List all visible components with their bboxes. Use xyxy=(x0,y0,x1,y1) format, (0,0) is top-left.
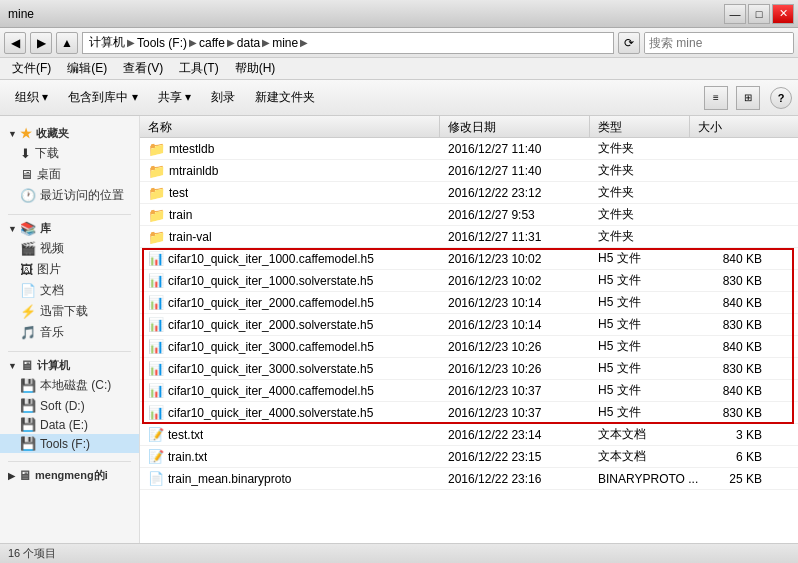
h5-file-icon: 📊 xyxy=(148,361,164,376)
file-size-cell xyxy=(690,191,770,195)
details-view-button[interactable]: ⊞ xyxy=(736,86,760,110)
table-row[interactable]: 📄 train_mean.binaryproto 2016/12/22 23:1… xyxy=(140,468,798,490)
maximize-button[interactable]: □ xyxy=(748,4,770,24)
file-name-cell: 📊 cifar10_quick_iter_3000.solverstate.h5 xyxy=(140,359,440,378)
file-size-cell: 830 KB xyxy=(690,360,770,378)
file-name-label: train.txt xyxy=(168,450,207,464)
address-path[interactable]: 计算机 ▶ Tools (F:) ▶ caffe ▶ data ▶ mine ▶ xyxy=(82,32,614,54)
sidebar-item-drive-d[interactable]: 💾 Soft (D:) xyxy=(0,396,139,415)
path-tools: Tools (F:) xyxy=(137,36,187,50)
sidebar-header-computer[interactable]: ▼ 🖥 计算机 xyxy=(0,356,139,375)
h5-file-icon: 📊 xyxy=(148,295,164,310)
sidebar-item-download[interactable]: ⬇ 下载 xyxy=(0,143,139,164)
table-row[interactable]: 📊 cifar10_quick_iter_4000.solverstate.h5… xyxy=(140,402,798,424)
file-type-cell: 文本文档 xyxy=(590,424,690,445)
back-button[interactable]: ◀ xyxy=(4,32,26,54)
column-type[interactable]: 类型 xyxy=(590,116,690,137)
sidebar-item-documents[interactable]: 📄 文档 xyxy=(0,280,139,301)
table-row[interactable]: 📁 mtrainldb 2016/12/27 11:40 文件夹 xyxy=(140,160,798,182)
table-row[interactable]: 📝 train.txt 2016/12/22 23:15 文本文档 6 KB xyxy=(140,446,798,468)
file-type-cell: H5 文件 xyxy=(590,358,690,379)
table-row[interactable]: 📁 test 2016/12/22 23:12 文件夹 xyxy=(140,182,798,204)
menu-view[interactable]: 查看(V) xyxy=(115,58,171,79)
file-size-cell xyxy=(690,235,770,239)
sidebar: ▼ ★ 收藏夹 ⬇ 下载 🖥 桌面 🕐 最近访问的位置 ▼ 📚 库 xyxy=(0,116,140,543)
search-input[interactable] xyxy=(645,33,794,53)
table-row[interactable]: 📁 train-val 2016/12/27 11:31 文件夹 xyxy=(140,226,798,248)
file-date-cell: 2016/12/23 10:02 xyxy=(440,250,590,268)
file-name-cell: 📊 cifar10_quick_iter_2000.caffemodel.h5 xyxy=(140,293,440,312)
include-library-button[interactable]: 包含到库中 ▾ xyxy=(59,84,146,112)
sidebar-item-music[interactable]: 🎵 音乐 xyxy=(0,322,139,343)
refresh-button[interactable]: ⟳ xyxy=(618,32,640,54)
menu-edit[interactable]: 编辑(E) xyxy=(59,58,115,79)
file-name-label: mtrainldb xyxy=(169,164,218,178)
menu-help[interactable]: 帮助(H) xyxy=(227,58,284,79)
menu-file[interactable]: 文件(F) xyxy=(4,58,59,79)
file-size-cell: 3 KB xyxy=(690,426,770,444)
file-type-cell: H5 文件 xyxy=(590,292,690,313)
file-size-cell: 840 KB xyxy=(690,250,770,268)
toolbar: 组织 ▾ 包含到库中 ▾ 共享 ▾ 刻录 新建文件夹 ≡ ⊞ ? xyxy=(0,80,798,116)
table-row[interactable]: 📊 cifar10_quick_iter_4000.caffemodel.h5 … xyxy=(140,380,798,402)
sidebar-item-recent[interactable]: 🕐 最近访问的位置 xyxy=(0,185,139,206)
sidebar-item-drive-f[interactable]: 💾 Tools (F:) xyxy=(0,434,139,453)
file-name-cell: 📊 cifar10_quick_iter_2000.solverstate.h5 xyxy=(140,315,440,334)
file-date-cell: 2016/12/23 10:37 xyxy=(440,382,590,400)
txt-file-icon: 📝 xyxy=(148,427,164,442)
sidebar-item-drive-e[interactable]: 💾 Data (E:) xyxy=(0,415,139,434)
h5-file-icon: 📊 xyxy=(148,317,164,332)
menu-tools[interactable]: 工具(T) xyxy=(171,58,226,79)
table-row[interactable]: 📊 cifar10_quick_iter_3000.solverstate.h5… xyxy=(140,358,798,380)
column-size[interactable]: 大小 xyxy=(690,116,770,137)
help-button[interactable]: ? xyxy=(770,87,792,109)
table-row[interactable]: 📊 cifar10_quick_iter_1000.caffemodel.h5 … xyxy=(140,248,798,270)
file-name-label: cifar10_quick_iter_2000.caffemodel.h5 xyxy=(168,296,374,310)
file-date-cell: 2016/12/27 9:53 xyxy=(440,206,590,224)
table-row[interactable]: 📁 train 2016/12/27 9:53 文件夹 xyxy=(140,204,798,226)
file-type-cell: H5 文件 xyxy=(590,314,690,335)
file-name-cell: 📝 test.txt xyxy=(140,425,440,444)
sidebar-item-video[interactable]: 🎬 视频 xyxy=(0,238,139,259)
file-size-cell: 6 KB xyxy=(690,448,770,466)
sidebar-item-pictures[interactable]: 🖼 图片 xyxy=(0,259,139,280)
share-button[interactable]: 共享 ▾ xyxy=(149,84,200,112)
file-type-cell: 文件夹 xyxy=(590,138,690,159)
new-folder-button[interactable]: 新建文件夹 xyxy=(246,84,324,112)
sidebar-header-network[interactable]: ▶ 🖥 mengmeng的i xyxy=(0,466,139,485)
file-name-cell: 📊 cifar10_quick_iter_4000.solverstate.h5 xyxy=(140,403,440,422)
table-row[interactable]: 📊 cifar10_quick_iter_2000.caffemodel.h5 … xyxy=(140,292,798,314)
search-box: 🔍 xyxy=(644,32,794,54)
sidebar-header-favorites[interactable]: ▼ ★ 收藏夹 xyxy=(0,124,139,143)
path-computer: 计算机 xyxy=(89,34,125,51)
table-row[interactable]: 📊 cifar10_quick_iter_3000.caffemodel.h5 … xyxy=(140,336,798,358)
close-button[interactable]: ✕ xyxy=(772,4,794,24)
forward-button[interactable]: ▶ xyxy=(30,32,52,54)
view-toggle-button[interactable]: ≡ xyxy=(704,86,728,110)
sidebar-item-drive-c[interactable]: 💾 本地磁盘 (C:) xyxy=(0,375,139,396)
table-row[interactable]: 📊 cifar10_quick_iter_1000.solverstate.h5… xyxy=(140,270,798,292)
column-date[interactable]: 修改日期 xyxy=(440,116,590,137)
file-name-label: mtestldb xyxy=(169,142,214,156)
file-name-label: cifar10_quick_iter_4000.solverstate.h5 xyxy=(168,406,373,420)
path-caffe: caffe xyxy=(199,36,225,50)
sidebar-item-desktop[interactable]: 🖥 桌面 xyxy=(0,164,139,185)
minimize-button[interactable]: — xyxy=(724,4,746,24)
main-area: ▼ ★ 收藏夹 ⬇ 下载 🖥 桌面 🕐 最近访问的位置 ▼ 📚 库 xyxy=(0,116,798,543)
file-size-cell: 830 KB xyxy=(690,316,770,334)
file-date-cell: 2016/12/23 10:26 xyxy=(440,338,590,356)
file-name-label: test xyxy=(169,186,188,200)
burn-button[interactable]: 刻录 xyxy=(202,84,244,112)
sidebar-header-library[interactable]: ▼ 📚 库 xyxy=(0,219,139,238)
up-button[interactable]: ▲ xyxy=(56,32,78,54)
table-row[interactable]: 📁 mtestldb 2016/12/27 11:40 文件夹 xyxy=(140,138,798,160)
file-name-label: test.txt xyxy=(168,428,203,442)
organize-button[interactable]: 组织 ▾ xyxy=(6,84,57,112)
file-type-cell: H5 文件 xyxy=(590,336,690,357)
file-name-label: cifar10_quick_iter_1000.caffemodel.h5 xyxy=(168,252,374,266)
table-row[interactable]: 📊 cifar10_quick_iter_2000.solverstate.h5… xyxy=(140,314,798,336)
sidebar-item-thunder[interactable]: ⚡ 迅雷下载 xyxy=(0,301,139,322)
column-name[interactable]: 名称 xyxy=(140,116,440,137)
sidebar-section-library: ▼ 📚 库 🎬 视频 🖼 图片 📄 文档 ⚡ 迅雷下载 🎵 xyxy=(0,219,139,343)
table-row[interactable]: 📝 test.txt 2016/12/22 23:14 文本文档 3 KB xyxy=(140,424,798,446)
